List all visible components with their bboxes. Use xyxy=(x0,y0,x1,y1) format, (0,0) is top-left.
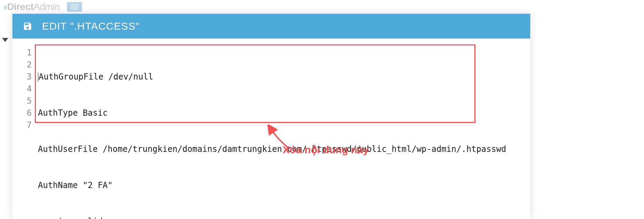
line-number: 3 xyxy=(25,71,32,83)
code-line: require valid-user xyxy=(38,216,523,219)
code-editor[interactable]: 1 2 3 4 5 6 7 AuthGroupFile /dev/null Au… xyxy=(12,39,530,219)
line-number: 1 xyxy=(25,47,32,59)
line-number: 2 xyxy=(25,59,32,71)
dropdown-triangle-icon[interactable] xyxy=(2,38,8,42)
code-line: AuthUserFile /home/trungkien/domains/dam… xyxy=(38,143,523,155)
text-cursor xyxy=(38,73,38,82)
code-line: AuthType Basic xyxy=(38,107,523,119)
line-number: 6 xyxy=(25,107,32,119)
line-number: 7 xyxy=(25,119,32,131)
brand-chevrons-icon: ›› xyxy=(3,1,4,12)
modal-header: EDIT ".HTACCESS" xyxy=(12,14,530,39)
line-number: 4 xyxy=(25,83,32,95)
menu-toggle-icon[interactable] xyxy=(67,2,82,12)
brand-text: DirectAdmin xyxy=(7,1,60,12)
brand-admin: Admin xyxy=(33,1,60,12)
line-number-gutter: 1 2 3 4 5 6 7 xyxy=(25,47,32,131)
code-line: AuthName "2 FA" xyxy=(38,179,523,191)
edit-file-modal: EDIT ".HTACCESS" 1 2 3 4 5 6 7 AuthGroup… xyxy=(12,14,530,219)
brand-direct: Direct xyxy=(7,1,33,12)
top-header: ›› DirectAdmin xyxy=(0,0,644,14)
code-line: AuthGroupFile /dev/null xyxy=(38,71,523,83)
brand-logo: ›› DirectAdmin xyxy=(3,1,60,12)
save-icon[interactable] xyxy=(23,21,32,31)
left-sidebar xyxy=(0,34,10,42)
modal-title: EDIT ".HTACCESS" xyxy=(42,20,140,32)
line-number: 5 xyxy=(25,95,32,107)
code-content[interactable]: AuthGroupFile /dev/null AuthType Basic A… xyxy=(38,45,523,219)
